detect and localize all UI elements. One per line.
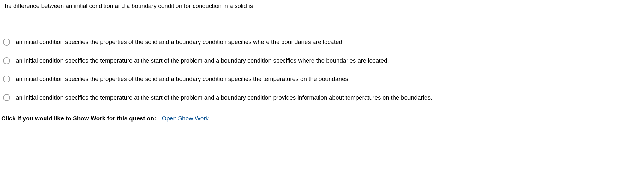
radio-option-4[interactable] <box>3 94 10 101</box>
options-group: an initial condition specifies the prope… <box>1 38 643 102</box>
question-text: The difference between an initial condit… <box>1 3 643 9</box>
option-row: an initial condition specifies the prope… <box>3 75 643 83</box>
option-text: an initial condition specifies the prope… <box>16 38 344 46</box>
radio-option-3[interactable] <box>3 76 10 82</box>
option-text: an initial condition specifies the tempe… <box>16 57 389 65</box>
show-work-link[interactable]: Open Show Work <box>162 115 209 122</box>
option-text: an initial condition specifies the prope… <box>16 75 350 83</box>
show-work-label: Click if you would like to Show Work for… <box>1 115 156 122</box>
option-row: an initial condition specifies the tempe… <box>3 94 643 102</box>
radio-option-1[interactable] <box>3 39 10 46</box>
option-text: an initial condition specifies the tempe… <box>16 94 432 102</box>
radio-option-2[interactable] <box>3 57 10 64</box>
option-row: an initial condition specifies the tempe… <box>3 57 643 65</box>
show-work-row: Click if you would like to Show Work for… <box>1 115 643 122</box>
option-row: an initial condition specifies the prope… <box>3 38 643 46</box>
